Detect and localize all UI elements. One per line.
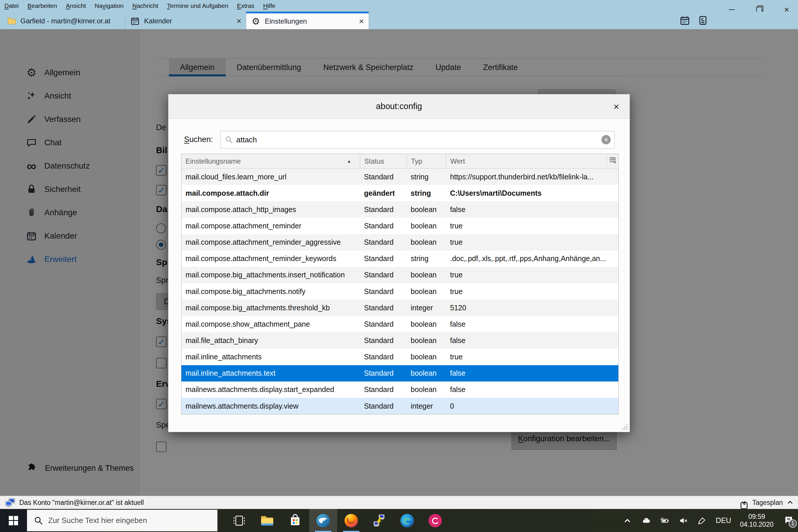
config-row[interactable]: mail.compose.attach_http_images Standard…	[182, 201, 618, 217]
task-view-icon[interactable]	[225, 509, 253, 532]
today-pane-toggle[interactable]: 4 Tagesplan	[739, 496, 794, 509]
tray-icons	[622, 516, 707, 526]
clear-search-icon[interactable]: ×	[602, 135, 611, 145]
config-row[interactable]: mail.compose.attachment_reminder Standar…	[182, 217, 618, 234]
tab-label: Kalender	[144, 17, 172, 25]
column-header-status[interactable]: Status	[360, 154, 406, 168]
tab-kalender[interactable]: Kalender ×	[126, 13, 246, 29]
config-row[interactable]: mail.compose.big_attachments.insert_noti…	[182, 267, 618, 283]
config-row[interactable]: mail.compose.attachment_reminder_aggress…	[182, 234, 618, 250]
pref-status: Standard	[360, 238, 406, 246]
debian-icon[interactable]	[421, 509, 449, 532]
config-row[interactable]: mail.inline_attachments.text Standard bo…	[182, 365, 618, 381]
onedrive-cloud-icon[interactable]	[641, 516, 651, 526]
tab-einstellungen[interactable]: ⚙ Einstellungen ×	[246, 12, 369, 29]
menu-item[interactable]: Nachricht	[128, 2, 163, 10]
pen-icon[interactable]	[697, 516, 707, 526]
config-search-input[interactable]	[236, 135, 602, 145]
pref-status: Standard	[360, 254, 406, 263]
menu-item[interactable]: Navigation	[90, 2, 128, 10]
action-center-icon[interactable]: 1	[782, 514, 795, 527]
dialog-titlebar[interactable]: about:config ×	[168, 94, 630, 119]
config-row[interactable]: mail.compose.big_attachments.threshold_k…	[182, 300, 618, 316]
account-status-text: Das Konto "martin@kirner.or.at" ist aktu…	[19, 499, 144, 507]
menu-item[interactable]: Bearbeiten	[23, 2, 61, 10]
clock[interactable]: 09:59 04.10.2020	[740, 513, 774, 529]
gear-icon: ⚙	[251, 16, 261, 26]
battery-charging-icon[interactable]	[660, 516, 670, 526]
menu-item[interactable]: Hilfe	[259, 2, 280, 10]
config-table: Einstellungsname ▲ Status Typ Wert mail.…	[181, 154, 619, 415]
config-table-body: mail.cloud_files.learn_more_url Standard…	[182, 169, 618, 414]
file-explorer-icon[interactable]	[253, 509, 281, 532]
config-row[interactable]: mailnews.attachments.display.start_expan…	[182, 381, 618, 398]
pref-status: Standard	[360, 271, 406, 279]
pref-name: mailnews.attachments.display.start_expan…	[182, 385, 360, 394]
pref-name: mail.compose.attachment_reminder_keyword…	[182, 254, 360, 263]
close-tab-icon[interactable]: ×	[353, 16, 364, 26]
volume-muted-icon[interactable]	[679, 516, 688, 526]
menu-item[interactable]: Extras	[233, 2, 259, 10]
config-row[interactable]: mail.compose.attach.dir geändert string …	[182, 185, 618, 201]
chevron-up-icon[interactable]	[622, 516, 632, 526]
open-calendar-icon[interactable]	[680, 15, 690, 27]
config-row[interactable]: mail.inline_attachments Standard boolean…	[182, 349, 618, 365]
column-header-wert[interactable]: Wert	[446, 154, 618, 168]
edge-icon[interactable]	[393, 509, 421, 532]
config-row[interactable]: mailnews.attachments.display.view Standa…	[182, 398, 618, 414]
config-row[interactable]: mail.compose.big_attachments.notify Stan…	[182, 283, 618, 300]
pref-value: true	[446, 271, 618, 279]
microsoft-store-icon[interactable]	[281, 509, 309, 532]
pref-status: Standard	[360, 385, 406, 394]
pref-value: false	[446, 385, 618, 394]
tab-strip: Garfield - martin@kirner.or.at Kalender …	[0, 12, 798, 29]
pref-type: boolean	[406, 320, 446, 328]
tab-mail-folder[interactable]: Garfield - martin@kirner.or.at	[2, 13, 126, 29]
menu-item[interactable]: Ansicht	[61, 2, 90, 10]
windows-taskbar: Zur Suche Text hier eingeben DEU 09:59 0…	[0, 509, 798, 532]
sort-ascending-icon: ▲	[347, 159, 351, 164]
pref-name: mail.cloud_files.learn_more_url	[182, 173, 360, 181]
pref-name: mail.inline_attachments.text	[182, 369, 360, 377]
putty-icon[interactable]	[365, 509, 393, 532]
pref-value: false	[446, 320, 618, 328]
firefox-icon[interactable]	[337, 509, 365, 532]
pref-value: true	[446, 287, 618, 296]
start-button[interactable]	[0, 509, 27, 532]
pref-value: true	[446, 238, 618, 246]
column-header-typ[interactable]: Typ	[406, 154, 446, 168]
config-row[interactable]: mail.cloud_files.learn_more_url Standard…	[182, 169, 618, 185]
menu-item[interactable]: Termine und Aufgaben	[163, 2, 232, 10]
config-row[interactable]: mail.file_attach_binary Standard boolean…	[182, 332, 618, 348]
pref-type: integer	[406, 304, 446, 312]
pref-status: Standard	[360, 336, 406, 345]
menu-item[interactable]: Datei	[0, 2, 23, 10]
dialog-title: about:config	[376, 101, 422, 111]
keyboard-language[interactable]: DEU	[716, 516, 731, 525]
thunderbird-icon[interactable]	[309, 509, 337, 532]
resize-grip[interactable]	[622, 424, 627, 430]
pref-status: Standard	[360, 320, 406, 328]
pref-name: mail.compose.big_attachments.insert_noti…	[182, 271, 360, 279]
pref-type: integer	[406, 402, 446, 411]
config-row[interactable]: mail.compose.show_attachment_pane Standa…	[182, 316, 618, 332]
pref-status: Standard	[360, 173, 406, 181]
pref-value: true	[446, 353, 618, 361]
pref-status: Standard	[360, 287, 406, 296]
pref-name: mail.compose.big_attachments.notify	[182, 287, 360, 296]
column-header-name[interactable]: Einstellungsname ▲	[182, 154, 360, 168]
calendar-icon	[130, 16, 140, 26]
taskbar-apps	[225, 509, 449, 532]
column-picker-icon[interactable]	[607, 156, 617, 167]
pref-status: Standard	[360, 353, 406, 361]
taskbar-search[interactable]: Zur Suche Text hier eingeben	[27, 510, 217, 531]
open-tasks-icon[interactable]	[698, 15, 708, 27]
search-icon	[34, 516, 43, 526]
pref-type: boolean	[406, 385, 446, 394]
config-row[interactable]: mail.compose.attachment_reminder_keyword…	[182, 250, 618, 267]
taskbar-search-placeholder: Zur Suche Text hier eingeben	[48, 516, 147, 525]
about-config-dialog: about:config × Suchen: × Einstellungsnam…	[168, 94, 630, 432]
pref-status: Standard	[360, 402, 406, 411]
dialog-close-icon[interactable]: ×	[610, 101, 622, 112]
close-tab-icon[interactable]: ×	[230, 16, 242, 26]
